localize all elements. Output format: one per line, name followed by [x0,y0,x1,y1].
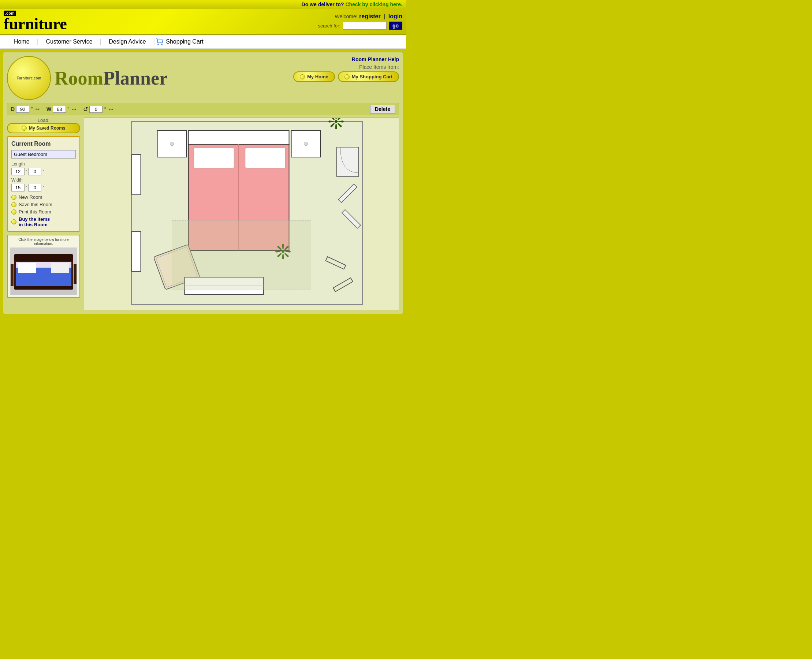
login-link[interactable]: login [388,13,402,19]
current-room-title: Current Room [11,140,76,147]
depth-unit: " [31,106,33,112]
header: .com furniture Welcome! register | login… [0,9,406,35]
nav-design-advice[interactable]: Design Advice [102,38,152,45]
save-room-btn[interactable]: Save this Room [11,202,76,207]
buy-items-dot [11,219,16,224]
shopping-cart-icon [156,38,164,45]
rp-right: Room Planner Help Place Items from: My H… [293,56,399,82]
header-right: Welcome! register | login search for: go [318,13,402,30]
svg-point-1 [161,44,162,45]
length-ft-input[interactable] [11,168,25,175]
nav-home[interactable]: Home [7,38,36,45]
rotate-control: ↺ ° ↔ [83,106,114,113]
svg-point-17 [170,142,174,146]
svg-rect-11 [74,264,77,284]
rp-title-planner: Planner [103,68,168,88]
saved-rooms-dot [22,126,27,131]
info-box[interactable]: Click the image below for more informati… [7,235,80,298]
depth-arrows: ↔ [34,106,41,113]
depth-input[interactable] [16,106,29,113]
welcome-row: Welcome! register | login [318,13,402,20]
nav-shopping-cart[interactable]: Shopping Cart [156,38,203,45]
delivery-link[interactable]: Check by clicking here. [345,2,402,7]
rp-header: Furniture.com RoomPlanner Room Planner H… [7,56,399,100]
rotate-unit: ° [104,106,106,112]
room-name-input[interactable] [11,150,76,159]
svg-rect-10 [11,264,14,286]
bed-product-image [11,248,77,295]
load-section: Load: My Saved Rooms [7,118,80,133]
svg-rect-7 [51,263,69,273]
svg-rect-22 [245,148,285,168]
controls-bar: D " ↔ W " ↔ ↺ ° ↔ Delete [7,103,399,115]
nav-cart-label[interactable]: Shopping Cart [166,38,203,45]
rp-help-link[interactable]: Room Planner Help [352,57,399,62]
main-content: Furniture.com RoomPlanner Room Planner H… [3,52,403,314]
buy-items-btn[interactable]: Buy the Items in this Room [11,216,76,227]
width-in-input[interactable] [28,184,41,191]
rp-body: Load: My Saved Rooms Current Room Length… [7,118,399,310]
room-canvas[interactable]: ❊ [84,118,399,310]
print-room-btn[interactable]: Print this Room [11,209,76,214]
rp-title: RoomPlanner [55,67,168,89]
my-home-btn[interactable]: My Home [293,71,335,82]
delivery-question: Do we deliver to? [302,2,344,7]
welcome-text: Welcome! [335,14,358,19]
logo-furniture[interactable]: furniture [4,16,67,32]
logo-area: .com furniture [4,11,67,32]
search-input[interactable] [343,22,386,30]
length-in-input[interactable] [28,168,41,175]
svg-point-0 [158,44,159,45]
svg-point-24 [304,142,308,146]
save-room-dot [11,202,16,207]
depth-control: D " ↔ [11,106,41,113]
rotate-icon: ↺ [83,106,88,113]
width-label-2: Width [11,178,76,183]
search-label: search for: [318,23,340,28]
separator: | [384,13,385,19]
width-unit: " [67,106,69,112]
svg-text:❊: ❊ [328,118,344,133]
width-row: ' " [11,184,76,191]
rp-title-room: Room [55,68,103,88]
svg-rect-14 [132,155,141,195]
room-actions: New Room Save this Room Print this Room … [11,194,76,227]
svg-rect-21 [194,148,234,168]
print-room-dot [11,210,16,214]
width-control: W " ↔ [46,106,77,113]
rp-site-name: Furniture.com [16,76,41,80]
new-room-btn[interactable]: New Room [11,194,76,200]
my-cart-dot [344,74,350,79]
place-items-label: Place Items from: [293,64,399,70]
go-button[interactable]: go [389,22,402,30]
search-row: search for: go [318,22,402,30]
my-cart-btn[interactable]: My Shopping Cart [338,71,399,82]
svg-rect-18 [189,131,289,145]
rotate-input[interactable] [89,106,102,113]
new-room-dot [11,195,16,200]
sidebar: Load: My Saved Rooms Current Room Length… [7,118,80,310]
width-input[interactable] [53,106,66,113]
info-box-image[interactable] [10,248,77,295]
nav-customer-service[interactable]: Customer Service [39,38,99,45]
my-saved-rooms-btn[interactable]: My Saved Rooms [7,123,80,133]
rotate-arrows: ↔ [108,106,114,113]
place-btns: My Home My Shopping Cart [293,71,399,82]
my-home-dot [300,74,305,79]
depth-label: D [11,106,15,112]
rp-logo: Furniture.com RoomPlanner [7,56,168,100]
svg-rect-6 [18,263,36,273]
footer-bar [0,317,406,324]
delete-button[interactable]: Delete [370,105,395,114]
width-arrows: ↔ [71,106,77,113]
width-ft-input[interactable] [11,184,25,191]
current-room-box: Current Room Length ' " Width ' " [7,136,80,232]
length-row: ' " [11,168,76,175]
nav-bar: Home | Customer Service | Design Advice … [0,35,406,49]
register-link[interactable]: register [359,13,381,19]
room-floorplan[interactable]: ❊ [84,118,399,308]
load-label: Load: [7,118,80,123]
svg-rect-9 [14,286,73,290]
rp-logo-circle: Furniture.com [7,56,51,100]
info-box-title: Click the image below for more informati… [10,238,77,246]
